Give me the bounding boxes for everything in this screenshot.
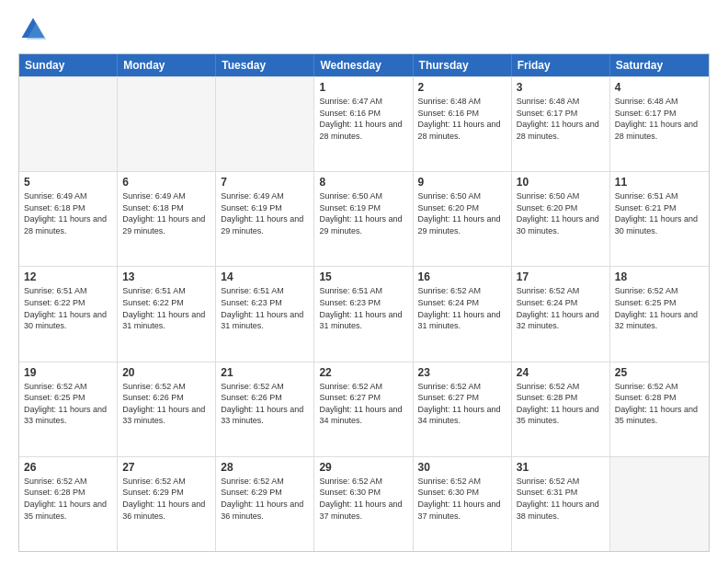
calendar-header-thursday: Thursday bbox=[414, 54, 512, 76]
calendar-header-tuesday: Tuesday bbox=[216, 54, 314, 76]
cell-date-number: 13 bbox=[122, 270, 210, 283]
calendar-cell: 21Sunrise: 6:52 AMSunset: 6:26 PMDayligh… bbox=[216, 362, 314, 456]
calendar-cell: 29Sunrise: 6:52 AMSunset: 6:30 PMDayligh… bbox=[314, 457, 413, 551]
calendar-cell: 27Sunrise: 6:52 AMSunset: 6:29 PMDayligh… bbox=[118, 457, 216, 551]
header bbox=[18, 15, 710, 44]
calendar-cell bbox=[610, 457, 709, 551]
cell-info: Sunrise: 6:50 AMSunset: 6:20 PMDaylight:… bbox=[517, 190, 605, 236]
cell-info: Sunrise: 6:51 AMSunset: 6:23 PMDaylight:… bbox=[319, 285, 407, 331]
cell-info: Sunrise: 6:52 AMSunset: 6:30 PMDaylight:… bbox=[319, 476, 407, 522]
cell-date-number: 22 bbox=[319, 366, 407, 379]
logo-icon bbox=[18, 15, 48, 44]
calendar-cell: 25Sunrise: 6:52 AMSunset: 6:28 PMDayligh… bbox=[610, 362, 709, 456]
cell-info: Sunrise: 6:52 AMSunset: 6:30 PMDaylight:… bbox=[418, 476, 506, 522]
cell-date-number: 14 bbox=[221, 270, 309, 283]
cell-info: Sunrise: 6:52 AMSunset: 6:24 PMDaylight:… bbox=[418, 285, 506, 331]
cell-info: Sunrise: 6:52 AMSunset: 6:28 PMDaylight:… bbox=[24, 476, 112, 522]
cell-date-number: 31 bbox=[517, 461, 605, 474]
calendar-cell: 11Sunrise: 6:51 AMSunset: 6:21 PMDayligh… bbox=[610, 172, 709, 266]
calendar-cell: 5Sunrise: 6:49 AMSunset: 6:18 PMDaylight… bbox=[19, 172, 118, 266]
cell-info: Sunrise: 6:47 AMSunset: 6:16 PMDaylight:… bbox=[319, 96, 407, 142]
calendar-header-wednesday: Wednesday bbox=[314, 54, 413, 76]
calendar-header-friday: Friday bbox=[512, 54, 610, 76]
calendar-cell: 9Sunrise: 6:50 AMSunset: 6:20 PMDaylight… bbox=[414, 172, 512, 266]
cell-info: Sunrise: 6:52 AMSunset: 6:25 PMDaylight:… bbox=[24, 381, 112, 427]
cell-info: Sunrise: 6:50 AMSunset: 6:19 PMDaylight:… bbox=[319, 190, 407, 236]
calendar-cell: 8Sunrise: 6:50 AMSunset: 6:19 PMDaylight… bbox=[314, 172, 413, 266]
calendar-cell: 2Sunrise: 6:48 AMSunset: 6:16 PMDaylight… bbox=[414, 77, 512, 171]
calendar-cell bbox=[216, 77, 314, 171]
calendar-cell: 19Sunrise: 6:52 AMSunset: 6:25 PMDayligh… bbox=[19, 362, 118, 456]
calendar-body: 1Sunrise: 6:47 AMSunset: 6:16 PMDaylight… bbox=[19, 76, 709, 551]
cell-info: Sunrise: 6:49 AMSunset: 6:18 PMDaylight:… bbox=[122, 190, 210, 236]
calendar-cell: 15Sunrise: 6:51 AMSunset: 6:23 PMDayligh… bbox=[314, 267, 413, 361]
cell-info: Sunrise: 6:52 AMSunset: 6:28 PMDaylight:… bbox=[517, 381, 605, 427]
cell-date-number: 6 bbox=[122, 176, 210, 189]
cell-info: Sunrise: 6:52 AMSunset: 6:27 PMDaylight:… bbox=[418, 381, 506, 427]
calendar-header-monday: Monday bbox=[118, 54, 216, 76]
logo bbox=[18, 15, 51, 44]
cell-info: Sunrise: 6:52 AMSunset: 6:29 PMDaylight:… bbox=[221, 476, 309, 522]
calendar-cell: 10Sunrise: 6:50 AMSunset: 6:20 PMDayligh… bbox=[512, 172, 610, 266]
cell-info: Sunrise: 6:52 AMSunset: 6:25 PMDaylight:… bbox=[615, 285, 704, 331]
cell-date-number: 26 bbox=[24, 461, 112, 474]
calendar-cell: 20Sunrise: 6:52 AMSunset: 6:26 PMDayligh… bbox=[118, 362, 216, 456]
calendar-cell: 12Sunrise: 6:51 AMSunset: 6:22 PMDayligh… bbox=[19, 267, 118, 361]
cell-date-number: 4 bbox=[615, 81, 704, 94]
cell-date-number: 27 bbox=[122, 461, 210, 474]
cell-date-number: 9 bbox=[418, 176, 506, 189]
cell-info: Sunrise: 6:51 AMSunset: 6:22 PMDaylight:… bbox=[122, 285, 210, 331]
calendar-cell: 17Sunrise: 6:52 AMSunset: 6:24 PMDayligh… bbox=[512, 267, 610, 361]
calendar-cell: 31Sunrise: 6:52 AMSunset: 6:31 PMDayligh… bbox=[512, 457, 610, 551]
calendar-cell: 3Sunrise: 6:48 AMSunset: 6:17 PMDaylight… bbox=[512, 77, 610, 171]
cell-date-number: 3 bbox=[517, 81, 605, 94]
calendar-week-4: 19Sunrise: 6:52 AMSunset: 6:25 PMDayligh… bbox=[19, 362, 709, 456]
calendar-cell: 26Sunrise: 6:52 AMSunset: 6:28 PMDayligh… bbox=[19, 457, 118, 551]
calendar-cell: 18Sunrise: 6:52 AMSunset: 6:25 PMDayligh… bbox=[610, 267, 709, 361]
cell-info: Sunrise: 6:52 AMSunset: 6:29 PMDaylight:… bbox=[122, 476, 210, 522]
calendar-header-sunday: Sunday bbox=[19, 54, 118, 76]
cell-info: Sunrise: 6:48 AMSunset: 6:16 PMDaylight:… bbox=[418, 96, 506, 142]
cell-date-number: 21 bbox=[221, 366, 309, 379]
cell-date-number: 18 bbox=[615, 270, 704, 283]
cell-date-number: 30 bbox=[418, 461, 506, 474]
cell-date-number: 8 bbox=[319, 176, 407, 189]
cell-info: Sunrise: 6:51 AMSunset: 6:23 PMDaylight:… bbox=[221, 285, 309, 331]
calendar-cell: 13Sunrise: 6:51 AMSunset: 6:22 PMDayligh… bbox=[118, 267, 216, 361]
cell-info: Sunrise: 6:51 AMSunset: 6:22 PMDaylight:… bbox=[24, 285, 112, 331]
calendar-cell: 24Sunrise: 6:52 AMSunset: 6:28 PMDayligh… bbox=[512, 362, 610, 456]
page: SundayMondayTuesdayWednesdayThursdayFrid… bbox=[0, 0, 728, 563]
cell-info: Sunrise: 6:49 AMSunset: 6:18 PMDaylight:… bbox=[24, 190, 112, 236]
calendar-week-3: 12Sunrise: 6:51 AMSunset: 6:22 PMDayligh… bbox=[19, 266, 709, 361]
cell-info: Sunrise: 6:48 AMSunset: 6:17 PMDaylight:… bbox=[517, 96, 605, 142]
cell-info: Sunrise: 6:52 AMSunset: 6:26 PMDaylight:… bbox=[221, 381, 309, 427]
calendar-cell: 7Sunrise: 6:49 AMSunset: 6:19 PMDaylight… bbox=[216, 172, 314, 266]
calendar-cell: 22Sunrise: 6:52 AMSunset: 6:27 PMDayligh… bbox=[314, 362, 413, 456]
cell-date-number: 28 bbox=[221, 461, 309, 474]
cell-date-number: 2 bbox=[418, 81, 506, 94]
cell-date-number: 1 bbox=[319, 81, 407, 94]
calendar-cell: 16Sunrise: 6:52 AMSunset: 6:24 PMDayligh… bbox=[414, 267, 512, 361]
calendar-header-saturday: Saturday bbox=[610, 54, 709, 76]
cell-date-number: 15 bbox=[319, 270, 407, 283]
cell-info: Sunrise: 6:52 AMSunset: 6:26 PMDaylight:… bbox=[122, 381, 210, 427]
cell-date-number: 20 bbox=[122, 366, 210, 379]
cell-date-number: 19 bbox=[24, 366, 112, 379]
cell-date-number: 23 bbox=[418, 366, 506, 379]
calendar-cell bbox=[19, 77, 118, 171]
cell-date-number: 25 bbox=[615, 366, 704, 379]
cell-date-number: 17 bbox=[517, 270, 605, 283]
cell-info: Sunrise: 6:52 AMSunset: 6:31 PMDaylight:… bbox=[517, 476, 605, 522]
cell-date-number: 24 bbox=[517, 366, 605, 379]
cell-info: Sunrise: 6:48 AMSunset: 6:17 PMDaylight:… bbox=[615, 96, 704, 142]
cell-date-number: 10 bbox=[517, 176, 605, 189]
cell-info: Sunrise: 6:49 AMSunset: 6:19 PMDaylight:… bbox=[221, 190, 309, 236]
calendar-cell: 30Sunrise: 6:52 AMSunset: 6:30 PMDayligh… bbox=[414, 457, 512, 551]
calendar-cell: 23Sunrise: 6:52 AMSunset: 6:27 PMDayligh… bbox=[414, 362, 512, 456]
cell-date-number: 12 bbox=[24, 270, 112, 283]
cell-date-number: 29 bbox=[319, 461, 407, 474]
calendar-cell: 28Sunrise: 6:52 AMSunset: 6:29 PMDayligh… bbox=[216, 457, 314, 551]
cell-date-number: 7 bbox=[221, 176, 309, 189]
cell-date-number: 11 bbox=[615, 176, 704, 189]
cell-info: Sunrise: 6:52 AMSunset: 6:24 PMDaylight:… bbox=[517, 285, 605, 331]
